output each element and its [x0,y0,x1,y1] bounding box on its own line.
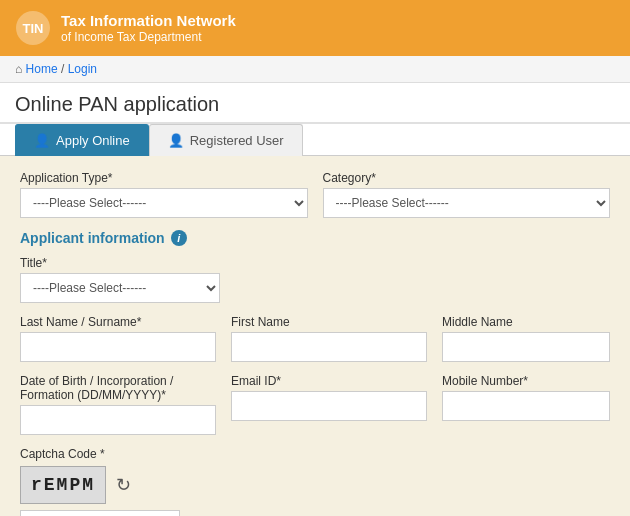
tab-registered-user[interactable]: 👤 Registered User [149,124,303,156]
breadcrumb: ⌂ Home / Login [0,56,630,83]
info-icon[interactable]: i [171,230,187,246]
category-select[interactable]: ----Please Select------ [323,188,611,218]
first-name-group: First Name [231,315,427,362]
middle-name-label: Middle Name [442,315,610,329]
user-add-icon: 👤 [34,133,50,148]
dob-email-mobile-row: Date of Birth / Incorporation / Formatio… [20,374,610,435]
form-area: Application Type* ----Please Select-----… [0,156,630,516]
breadcrumb-separator: / [61,62,64,76]
tabs-container: 👤 Apply Online 👤 Registered User [0,124,630,156]
email-input[interactable] [231,391,427,421]
page-title: Online PAN application [15,93,615,116]
captcha-label: Captcha Code * [20,447,610,461]
last-name-input[interactable] [20,332,216,362]
captcha-refresh-icon[interactable]: ↻ [116,474,131,496]
captcha-area: Captcha Code * rEMPM ↻ [20,447,610,516]
applicant-info-text: Applicant information [20,230,165,246]
first-name-label: First Name [231,315,427,329]
header-text: Tax Information Network of Income Tax De… [61,12,236,44]
title-group: Title* ----Please Select------ [20,256,220,303]
dob-group: Date of Birth / Incorporation / Formatio… [20,374,216,435]
tab-registered-user-label: Registered User [190,133,284,148]
last-name-group: Last Name / Surname* [20,315,216,362]
category-group: Category* ----Please Select------ [323,171,611,218]
application-type-label: Application Type* [20,171,308,185]
title-select[interactable]: ----Please Select------ [20,273,220,303]
application-type-select[interactable]: ----Please Select------ [20,188,308,218]
first-name-input[interactable] [231,332,427,362]
tab-apply-online[interactable]: 👤 Apply Online [15,124,149,156]
app-type-category-row: Application Type* ----Please Select-----… [20,171,610,218]
email-label: Email ID* [231,374,427,388]
captcha-image: rEMPM [20,466,106,504]
page-title-bar: Online PAN application [0,83,630,124]
name-row: Last Name / Surname* First Name Middle N… [20,315,610,362]
applicant-info-heading: Applicant information i [20,230,610,246]
last-name-label: Last Name / Surname* [20,315,216,329]
category-label: Category* [323,171,611,185]
captcha-input[interactable] [20,510,180,516]
tin-logo-icon: TIN [15,10,51,46]
svg-text:TIN: TIN [23,21,44,36]
dob-input[interactable] [20,405,216,435]
breadcrumb-login-link[interactable]: Login [68,62,97,76]
dob-label: Date of Birth / Incorporation / Formatio… [20,374,216,402]
header-subtitle: of Income Tax Department [61,30,236,44]
header: TIN Tax Information Network of Income Ta… [0,0,630,56]
captcha-row: rEMPM ↻ [20,466,610,504]
middle-name-group: Middle Name [442,315,610,362]
application-type-group: Application Type* ----Please Select-----… [20,171,308,218]
title-label: Title* [20,256,220,270]
breadcrumb-home-link[interactable]: Home [26,62,58,76]
home-icon: ⌂ [15,62,22,76]
email-group: Email ID* [231,374,427,435]
tab-apply-online-label: Apply Online [56,133,130,148]
mobile-label: Mobile Number* [442,374,610,388]
middle-name-input[interactable] [442,332,610,362]
registered-icon: 👤 [168,133,184,148]
mobile-input[interactable] [442,391,610,421]
header-title: Tax Information Network [61,12,236,30]
title-row: Title* ----Please Select------ [20,256,610,303]
mobile-group: Mobile Number* [442,374,610,435]
